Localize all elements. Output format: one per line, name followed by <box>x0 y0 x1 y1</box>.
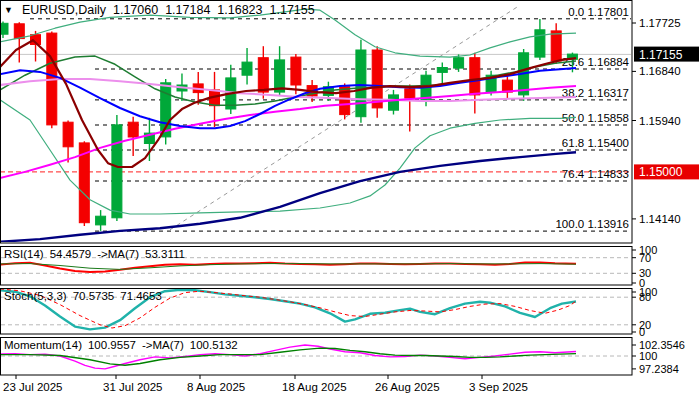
candle-29 <box>470 53 480 114</box>
rsi-axis-label: 70 <box>639 252 651 264</box>
candle-15 <box>242 48 252 85</box>
stoch-axis-label: 0 <box>639 326 645 338</box>
candle-25 <box>405 85 415 132</box>
ohlc-header: ▼ EURUSD,Daily 1.17060 1.17184 1.16823 1… <box>4 3 315 17</box>
stoch-d-value: 71.4653 <box>120 290 162 302</box>
stoch-k-value: 70.5735 <box>73 290 115 302</box>
trading-chart-window: 0.0 1.1780123.6 1.1688438.2 1.1631750.0 … <box>0 0 700 400</box>
time-tick-label: 23 Jul 2025 <box>3 381 62 393</box>
candle-14 <box>226 65 236 114</box>
symbol-dropdown-icon[interactable]: ▼ <box>4 5 13 15</box>
time-tick-label: 26 Aug 2025 <box>375 381 440 393</box>
stoch-panel-label: Stoch(5,3,3) 70.5735 71.4653 <box>4 290 162 302</box>
momentum-axis-label: 100 <box>639 350 657 362</box>
candle-27 <box>437 63 447 86</box>
price-tick-label: 1.15940 <box>639 115 681 127</box>
stoch-indicator-name: Stoch(5,3,3) <box>4 290 67 302</box>
candle-4 <box>63 121 73 163</box>
momentum-indicator-name: Momentum(14) <box>4 339 82 351</box>
rsi-panel-label: RSI(14) 54.4579 ->MA(7) 53.3111 <box>4 248 185 260</box>
price-tick-label: 1.17725 <box>639 17 681 29</box>
fib-label-76.4: 76.4 1.14833 <box>562 168 629 180</box>
rsi-ma-name: ->MA(7) <box>97 248 139 260</box>
price-marker-label: 1.15000 <box>639 165 683 179</box>
candle-9 <box>144 118 154 161</box>
candle-13 <box>210 72 220 127</box>
candle-23 <box>372 46 382 118</box>
candle-24 <box>389 90 399 115</box>
momentum-value: 100.9557 <box>88 339 136 351</box>
momentum-ma-name: ->MA(7) <box>142 339 184 351</box>
candle-33 <box>535 19 545 60</box>
candle-1 <box>14 22 24 62</box>
price-tick-label: 1.14140 <box>639 213 681 225</box>
momentum-panel-label: Momentum(14) 100.9557 ->MA(7) 100.5132 <box>4 339 238 351</box>
time-tick-label: 8 Aug 2025 <box>187 381 245 393</box>
low-value: 1.16823 <box>217 3 262 17</box>
time-tick-label: 3 Sep 2025 <box>469 381 528 393</box>
candle-0 <box>0 22 8 38</box>
candle-6 <box>96 210 106 231</box>
time-axis[interactable]: 23 Jul 202531 Jul 20258 Aug 202518 Aug 2… <box>3 375 528 393</box>
candle-34 <box>551 23 561 63</box>
candle-31 <box>502 76 512 98</box>
momentum-axis-label: 97.2384 <box>639 363 679 375</box>
high-value: 1.17184 <box>165 3 210 17</box>
fib-label-0.0: 0.0 1.17801 <box>568 6 629 18</box>
fib-label-61.8: 61.8 1.15400 <box>562 137 629 149</box>
close-value: 1.17155 <box>270 3 315 17</box>
momentum-ma-value: 100.5132 <box>190 339 238 351</box>
rsi-indicator-name: RSI(14) <box>4 248 44 260</box>
candle-22 <box>356 40 366 123</box>
price-marker-label: 1.17155 <box>639 48 683 62</box>
time-tick-label: 31 Jul 2025 <box>103 381 162 393</box>
rsi-ma-value: 53.3111 <box>145 248 185 260</box>
price-chart-area[interactable]: 0.0 1.1780123.6 1.1688438.2 1.1631750.0 … <box>0 5 632 242</box>
open-value: 1.17060 <box>113 3 158 17</box>
rsi-value: 54.4579 <box>50 248 92 260</box>
stoch-axis-label: 80 <box>639 291 651 303</box>
fib-label-100.0: 100.0 1.13916 <box>555 218 629 230</box>
time-tick-label: 18 Aug 2025 <box>282 381 347 393</box>
price-axis[interactable]: 1.177251.168401.159401.141401.171551.150… <box>632 17 699 225</box>
price-tick-label: 1.16840 <box>639 65 681 77</box>
symbol-period-label: EURUSD,Daily <box>22 3 106 17</box>
